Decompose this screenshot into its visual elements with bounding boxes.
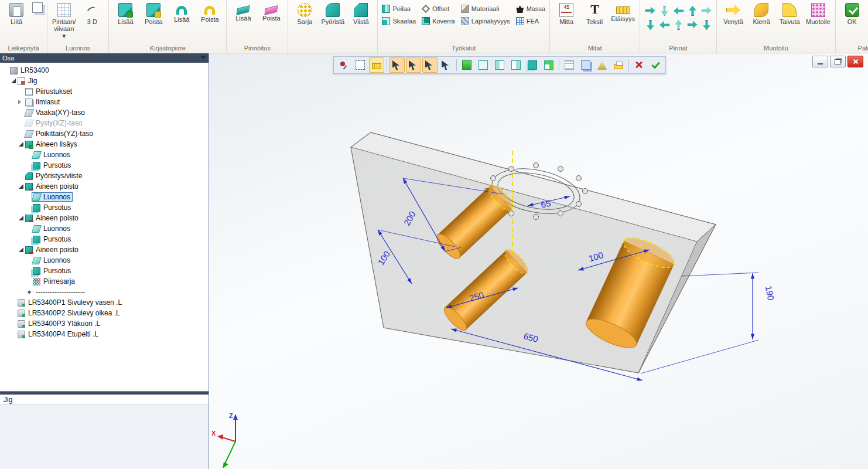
tree-item-label: LR53400P4 Etupelti .L: [28, 330, 98, 338]
face-pull-button[interactable]: [658, 5, 670, 16]
ribbon-button-muotoile[interactable]: Muotoile: [804, 1, 832, 26]
pin-button[interactable]: [336, 57, 351, 73]
expand-arrow-icon[interactable]: [10, 79, 16, 83]
tree-item-luonnos[interactable]: Luonnos: [0, 192, 209, 202]
ribbon-button-materiaali[interactable]: Materiaali: [461, 5, 510, 13]
tree-item-luonnos[interactable]: Luonnos: [0, 255, 209, 266]
ribbon-button-läpinäkyvyys[interactable]: Läpinäkyvyys: [461, 17, 510, 25]
tree-item-pursotus[interactable]: Pursotus: [0, 160, 209, 171]
tree-item-aineen-poisto[interactable]: Aineen poisto: [0, 213, 209, 223]
tree-item-vaaka-xy-taso[interactable]: Vaaka(XY)-taso: [0, 107, 209, 118]
ribbon-button-fea[interactable]: FEA: [516, 17, 545, 25]
face-split-button[interactable]: [644, 19, 656, 30]
ribbon-button-sarja[interactable]: Sarja: [291, 1, 318, 26]
ribbon-button-3-d[interactable]: 3 D: [78, 1, 105, 26]
ribbon-button-peilaa[interactable]: Peilaa: [382, 5, 416, 13]
ribbon-button-koverra[interactable]: Koverra: [422, 17, 455, 25]
snap-vertex-button[interactable]: [406, 57, 421, 73]
ribbon-button-poista[interactable]: Poista: [258, 1, 285, 22]
ribbon-button-taivuta[interactable]: Taivuta: [776, 1, 803, 26]
tree-item-piirresarja[interactable]: Piirresarja: [0, 276, 209, 287]
face-delete-button[interactable]: [700, 19, 712, 30]
tree-item-lr53400p4-etupelti-l[interactable]: LR53400P4 Etupelti .L: [0, 329, 209, 339]
face-extend-button[interactable]: [686, 19, 698, 30]
tree-item-piirustukset[interactable]: Piirustukset: [0, 86, 209, 97]
tree-item-pursotus[interactable]: Pursotus: [0, 234, 209, 244]
delete-button[interactable]: [631, 57, 647, 73]
transparency-icon: [461, 17, 469, 25]
tree-item-pysty-xz-taso[interactable]: Pysty(XZ)-taso: [0, 118, 209, 128]
snap-element-button[interactable]: [439, 57, 454, 73]
levels-button[interactable]: [578, 57, 593, 73]
ribbon-button-pyöristä[interactable]: Pyöristä: [319, 1, 346, 26]
light-button[interactable]: [594, 57, 610, 73]
expand-arrow-icon[interactable]: [18, 247, 24, 252]
expand-arrow-icon[interactable]: [18, 184, 24, 189]
bottom-panel-item-jig[interactable]: Jig: [0, 395, 209, 405]
tree-item-luonnos[interactable]: Luonnos: [0, 149, 209, 160]
ribbon-button-skaalaa[interactable]: Skaalaa: [382, 17, 416, 25]
toolbar-separator: [628, 59, 629, 71]
shaded-edges-view-button[interactable]: [508, 57, 524, 73]
panel-collapse-icon[interactable]: [200, 56, 206, 60]
face-move-button[interactable]: [644, 5, 656, 16]
shaded-view-button[interactable]: [459, 57, 474, 73]
restore-button[interactable]: [830, 56, 846, 67]
ribbon-button-kierrä[interactable]: Kierrä: [748, 1, 775, 26]
ribbon-button-ok[interactable]: OK: [839, 1, 866, 26]
tree-item-jig[interactable]: Jig: [0, 76, 209, 86]
ribbon-button-massa[interactable]: Massa: [516, 5, 545, 13]
minimize-button[interactable]: [812, 56, 828, 67]
plane-icon: [24, 130, 34, 138]
measure-ruler-button[interactable]: [369, 57, 384, 73]
face-replace-button[interactable]: [672, 19, 684, 30]
tree-item-aineen-poisto[interactable]: Aineen poisto: [0, 244, 209, 255]
ribbon-button-venytä[interactable]: Venytä: [720, 1, 747, 26]
face-mirror-button[interactable]: [700, 5, 712, 16]
expand-arrow-icon[interactable]: [18, 142, 24, 147]
snap-free-button[interactable]: [389, 57, 405, 73]
ribbon-button-teksti[interactable]: Teksti: [581, 1, 608, 26]
wireframe-view-button[interactable]: [476, 57, 491, 73]
collapse-arrow-icon[interactable]: [18, 100, 24, 104]
ribbon-button-viistä[interactable]: Viistä: [347, 1, 374, 26]
ribbon-button-mitta[interactable]: Mitta: [553, 1, 580, 26]
tree-item-pursotus[interactable]: Pursotus: [0, 266, 209, 276]
ribbon-button-poista[interactable]: Poista: [196, 1, 223, 23]
tree-item-[interactable]: ---------------------: [0, 287, 209, 297]
ribbon-button-etäisyys[interactable]: Etäisyys: [609, 1, 637, 23]
tree-item-luonnos[interactable]: Luonnos: [0, 223, 209, 234]
snap-edge-button[interactable]: [422, 57, 438, 73]
tree-item-pursotus[interactable]: Pursotus: [0, 202, 209, 213]
face-merge-button[interactable]: [658, 19, 670, 30]
face-offset-button[interactable]: [672, 5, 684, 16]
hidden-edges-view-button[interactable]: [492, 57, 507, 73]
tree-item-poikittais-yz-taso[interactable]: Poikittais(YZ)-taso: [0, 128, 209, 139]
ribbon-button-pintaan-viivaan[interactable]: Pintaan/ viivaan ▾: [50, 1, 77, 40]
ribbon-button-poista[interactable]: Poista: [140, 1, 167, 26]
tree-item-lr53400[interactable]: LR53400: [0, 65, 209, 76]
select-region-button[interactable]: [353, 57, 368, 73]
tree-item-aineen-lisäys[interactable]: Aineen lisäys: [0, 139, 209, 149]
tree-item-aineen-poisto[interactable]: Aineen poisto: [0, 181, 209, 192]
tree-item-pyöristys-viiste[interactable]: Pyöristys/viiste: [0, 171, 209, 181]
print-button[interactable]: [611, 57, 626, 73]
ribbon-button-liitä[interactable]: Liitä: [3, 1, 30, 26]
tree-item-lr53400p2-sivulevy-oikea-l[interactable]: LR53400P2 Sivulevy oikea .L: [0, 308, 209, 318]
apply-button[interactable]: [648, 57, 663, 73]
face-copy-button[interactable]: [686, 5, 698, 16]
3d-viewport[interactable]: 200 100 65 250 100 650 190: [209, 53, 868, 469]
perspective-view-button[interactable]: [525, 57, 540, 73]
tree-item-ilmiasut[interactable]: Ilmiasut: [0, 97, 209, 107]
tree-item-lr53400p3-yläkuori-l[interactable]: LR53400P3 Yläkuori .L: [0, 318, 209, 329]
tree-item-lr53400p1-sivulevy-vasen-l[interactable]: LR53400P1 Sivulevy vasen .L: [0, 297, 209, 308]
expand-arrow-icon[interactable]: [18, 216, 24, 220]
normal-to-view-button[interactable]: [541, 57, 556, 73]
ribbon-button-offset[interactable]: Offset: [422, 5, 455, 13]
copy-button[interactable]: [31, 1, 44, 14]
feature-list-button[interactable]: [562, 57, 577, 73]
ribbon-button-lisää[interactable]: Lisää: [230, 1, 257, 22]
ribbon-button-lisää[interactable]: Lisää: [112, 1, 139, 26]
ribbon-button-lisää[interactable]: Lisää: [168, 1, 195, 23]
close-button[interactable]: [848, 56, 863, 67]
